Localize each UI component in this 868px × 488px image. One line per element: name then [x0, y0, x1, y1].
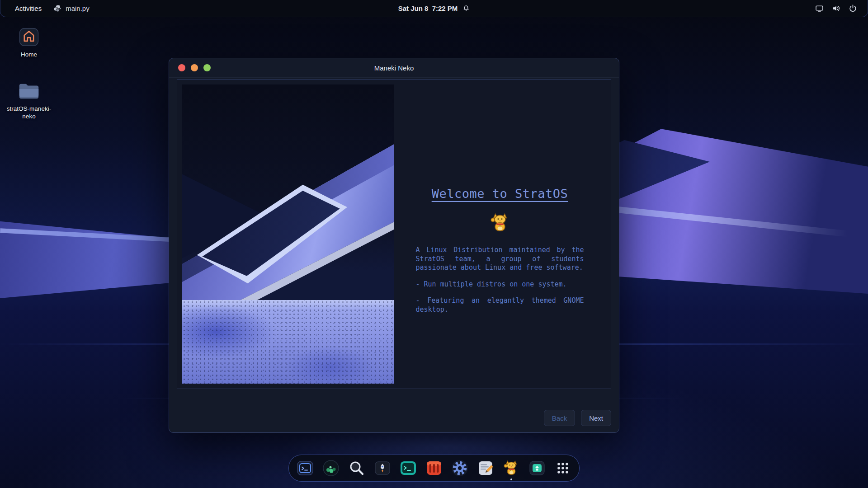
welcome-heading: Welcome to StratOS: [432, 187, 568, 201]
window-controls: [169, 64, 211, 71]
magnifier-icon[interactable]: [348, 459, 366, 477]
welcome-bullet-1: - Run multiple distros on one system.: [416, 280, 584, 289]
clock-widget[interactable]: Sat Jun 8 7:22 PM: [398, 0, 470, 17]
terminal-icon[interactable]: [399, 459, 417, 477]
reef-app-icon[interactable]: [322, 459, 340, 477]
focused-app-name: main.py: [66, 5, 90, 12]
text-editor-icon[interactable]: [476, 459, 495, 477]
power-icon: [848, 4, 858, 13]
top-bar: Activities main.py Sat Jun 8 7:22 PM: [0, 0, 868, 17]
desktop: Activities main.py Sat Jun 8 7:22 PM: [0, 0, 868, 488]
maximize-button[interactable]: [203, 64, 211, 71]
rocket-app-icon[interactable]: [373, 459, 392, 477]
wizard-content: Welcome to StratOS A Linux Distribution …: [177, 79, 611, 389]
maneki-neko-window: Maneki Neko Welcome to StratOS A Linux D…: [169, 58, 619, 433]
desktop-icon-stratos-folder[interactable]: stratOS-maneki-neko: [1, 80, 57, 121]
desktop-icon-home[interactable]: Home: [1, 26, 57, 59]
activities-button[interactable]: Activities: [12, 3, 44, 14]
console-icon[interactable]: [296, 459, 314, 477]
software-install-icon[interactable]: [528, 459, 546, 477]
clock-text: Sat Jun 8 7:22 PM: [398, 5, 458, 12]
maneki-neko-icon[interactable]: [502, 459, 520, 477]
system-status-area[interactable]: [815, 4, 868, 13]
window-titlebar[interactable]: Maneki Neko: [169, 58, 619, 78]
folder-icon: [17, 80, 41, 102]
next-button[interactable]: Next: [581, 410, 611, 426]
back-button[interactable]: Back: [544, 410, 575, 426]
wizard-actions: Back Next: [544, 410, 611, 426]
maneki-neko-emoji: [489, 211, 511, 234]
close-button[interactable]: [178, 64, 185, 71]
artwork-ground-speckle: [182, 300, 394, 384]
dock: [288, 455, 580, 482]
focused-app-menu[interactable]: main.py: [53, 4, 90, 13]
top-bar-left: Activities main.py: [0, 3, 90, 14]
window-title: Maneki Neko: [169, 64, 619, 72]
desktop-icon-label: stratOS-maneki-neko: [2, 105, 56, 121]
grill-app-icon[interactable]: [425, 459, 443, 477]
welcome-bullet-2: - Featuring an elegantly themed GNOME de…: [416, 296, 584, 314]
stratos-car-artwork: [182, 84, 394, 384]
notification-bell-icon: [462, 5, 470, 12]
settings-gear-icon[interactable]: [451, 459, 469, 477]
volume-icon: [831, 4, 841, 13]
welcome-panel: Welcome to StratOS A Linux Distribution …: [394, 84, 606, 384]
display-icon: [815, 4, 824, 13]
home-icon: [17, 26, 41, 48]
python-icon: [53, 4, 62, 13]
desktop-icon-label: Home: [2, 51, 56, 59]
minimize-button[interactable]: [191, 64, 198, 71]
welcome-intro-text: A Linux Distribution maintained by the S…: [416, 246, 584, 272]
app-grid-icon[interactable]: [554, 459, 572, 477]
